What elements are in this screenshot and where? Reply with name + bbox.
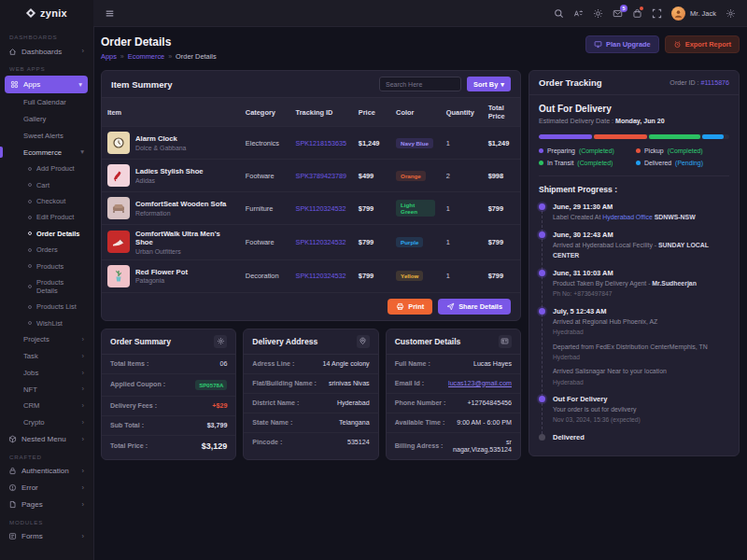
tracking-id-link[interactable]: SPK1120324532 — [296, 272, 346, 280]
sidebar-item-checkout[interactable]: Checkout — [0, 193, 92, 209]
send-icon — [446, 302, 455, 311]
flat-value: srinivas Nivas — [329, 380, 370, 387]
sidebar-item-orders[interactable]: Orders — [0, 242, 92, 258]
timeline-dot — [539, 434, 545, 441]
color-badge: Purple — [396, 237, 423, 247]
table-header-row: Item Category Tracking ID Price Color Qu… — [102, 98, 520, 127]
chevron-down-icon: ▾ — [80, 148, 84, 156]
subtotal-value: $3,799 — [207, 422, 228, 429]
sidebar-item-task[interactable]: Task› — [0, 348, 92, 365]
print-button[interactable]: Print — [388, 299, 432, 315]
sidebar-item-nested-menu[interactable]: Nested Menu › — [0, 431, 92, 448]
sidebar-item-cart[interactable]: Cart — [0, 177, 92, 193]
sidebar-item-crypto[interactable]: Crypto› — [0, 414, 92, 431]
sidebar-item-products-details[interactable]: Products Details — [0, 274, 92, 299]
user-menu[interactable]: Mr. Jack — [671, 7, 716, 21]
timeline-item: June, 31 10:03 AM Product Taken By Deliv… — [553, 269, 729, 299]
sidebar-item-ecommerce[interactable]: Ecommerce ▾ — [0, 144, 92, 161]
sidebar-item-edit-product[interactable]: Edit Product — [0, 209, 92, 225]
sidebar-item-apps[interactable]: Apps ▾ — [5, 76, 88, 93]
order-id-link[interactable]: #1115876 — [700, 79, 729, 87]
sidebar-item-wishlist[interactable]: WishList — [0, 315, 92, 331]
delivery-address-pin-button[interactable] — [357, 335, 370, 348]
sidebar-item-products[interactable]: Products — [0, 258, 92, 273]
sidebar-item-nft[interactable]: NFT› — [0, 381, 92, 398]
form-icon — [8, 532, 17, 540]
sidebar-item-products-list[interactable]: Products List — [0, 299, 92, 315]
delivery-status: Out For Delivery — [539, 104, 729, 114]
sidebar-item-error[interactable]: Error › — [0, 480, 92, 497]
avatar — [671, 7, 685, 21]
bullet-icon — [28, 200, 32, 203]
sidebar-item-pages[interactable]: Pages › — [0, 497, 92, 513]
hyderabad-office-link[interactable]: Hyderabad Office — [602, 214, 653, 220]
estimated-delivery: Estimated Delivery Date : Monday, Jun 20 — [539, 118, 729, 125]
person-icon — [673, 8, 684, 19]
timeline-dot — [539, 231, 545, 238]
customer-details-card-button[interactable] — [499, 335, 512, 348]
cart-bag-icon[interactable] — [632, 8, 642, 19]
bullet-icon — [28, 183, 32, 187]
customer-details-title: Customer Details — [395, 337, 461, 346]
sidebar-item-dashboards[interactable]: Dashboards › — [0, 43, 92, 60]
order-summary-gear-button[interactable] — [214, 335, 227, 348]
tracking-id-link[interactable]: SPK1120324532 — [296, 204, 346, 213]
search-input[interactable] — [379, 77, 461, 91]
bullet-icon — [28, 231, 32, 235]
share-details-button[interactable]: Share Details — [438, 299, 511, 315]
main-area: 5 Mr. Jack Order Det — [93, 0, 747, 560]
sidebar-item-gallery[interactable]: Gallery — [0, 111, 92, 128]
page-header: Order Details Apps » Ecommerce » Order D… — [101, 35, 740, 61]
hamburger-menu-icon[interactable] — [105, 8, 115, 19]
sidebar-item-crm[interactable]: CRM› — [0, 398, 92, 414]
tracking-id-link[interactable]: SPK3789423789 — [296, 172, 346, 180]
sidebar-item-full-calendar[interactable]: Full Calendar — [0, 94, 92, 111]
order-tracking-title: Order Tracking — [539, 77, 602, 88]
phone-value: +12764845456 — [467, 399, 512, 407]
sidebar-item-add-product[interactable]: Add Product — [0, 161, 92, 176]
bullet-icon — [28, 305, 32, 309]
sidebar-item-order-details[interactable]: Order Details — [0, 226, 92, 242]
breadcrumb-apps[interactable]: Apps — [101, 52, 117, 61]
timeline-item: July, 5 12:43 AM Arrived at Regional Hub… — [553, 307, 729, 386]
gear-icon — [217, 337, 225, 345]
search-icon[interactable] — [554, 8, 564, 19]
messages-icon[interactable]: 5 — [613, 8, 623, 19]
progress-segment-delivered — [702, 134, 723, 139]
brand-logo[interactable]: zynix — [0, 0, 92, 26]
theme-sun-icon[interactable] — [593, 8, 603, 19]
chevron-right-icon: › — [82, 336, 85, 343]
sidebar: zynix DASHBOARDS Dashboards › WEB APPS A… — [0, 0, 93, 560]
timeline-dot — [539, 270, 545, 276]
breadcrumb-separator: » — [168, 53, 172, 60]
legend-dot-preparing — [539, 148, 543, 153]
chevron-right-icon: › — [82, 48, 85, 55]
fullscreen-icon[interactable] — [652, 8, 662, 19]
bullet-icon — [28, 216, 32, 219]
sort-by-button[interactable]: Sort By▾ — [467, 77, 511, 91]
sidebar-item-projects[interactable]: Projects› — [0, 331, 92, 348]
breadcrumb: Apps » Ecommerce » Order Details — [101, 52, 217, 61]
sidebar-item-authentication[interactable]: Authentication › — [0, 463, 92, 480]
chevron-right-icon: › — [82, 501, 85, 509]
col-quantity: Quantity — [441, 98, 483, 127]
id-card-icon — [500, 337, 509, 345]
section-label-webapps: WEB APPS — [0, 60, 92, 75]
section-label-crafted: CRAFTED — [0, 448, 92, 463]
breadcrumb-ecommerce[interactable]: Ecommerce — [128, 52, 164, 61]
legend-dot-pickup — [636, 148, 641, 153]
state-value: Telangana — [339, 419, 370, 427]
tracking-id-link[interactable]: SPK1120324532 — [296, 238, 346, 246]
settings-gear-icon[interactable] — [726, 8, 736, 19]
address-line-value: 14 Angle colony — [323, 360, 370, 368]
sidebar-item-forms[interactable]: Forms › — [0, 528, 92, 545]
translate-icon[interactable] — [573, 8, 584, 19]
col-color: Color — [390, 98, 441, 127]
section-label-modules: MODULES — [0, 513, 92, 528]
plan-upgrade-button[interactable]: Plan Upgrade — [585, 35, 659, 53]
sidebar-item-jobs[interactable]: Jobs› — [0, 364, 92, 381]
tracking-id-link[interactable]: SPK1218153635 — [296, 139, 346, 147]
email-link[interactable]: lucas123@gmail.com — [448, 380, 512, 387]
sidebar-item-sweet-alerts[interactable]: Sweet Alerts — [0, 128, 92, 145]
export-report-button[interactable]: Export Report — [665, 35, 740, 53]
